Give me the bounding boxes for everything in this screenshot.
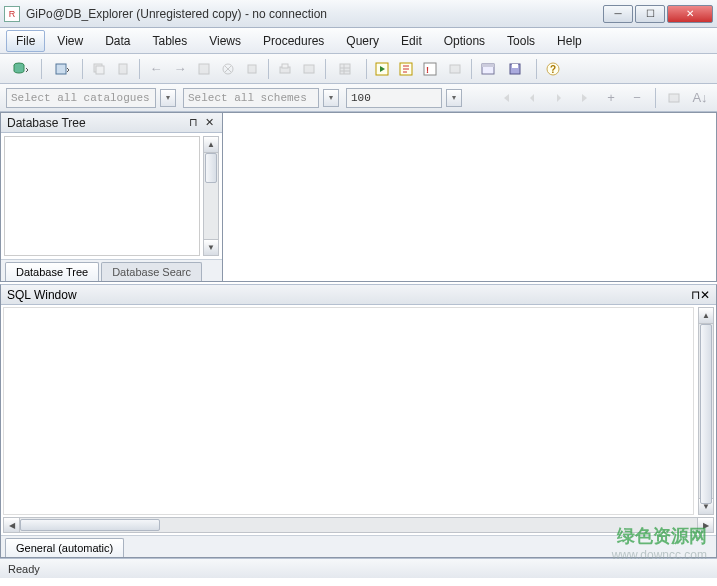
stop-button[interactable] <box>193 58 215 80</box>
svg-rect-4 <box>119 64 127 74</box>
paste-button[interactable] <box>112 58 134 80</box>
toolbar-separator <box>536 59 537 79</box>
tab-database-tree[interactable]: Database Tree <box>5 262 99 281</box>
scroll-thumb[interactable] <box>700 324 712 504</box>
grid-button[interactable] <box>331 58 361 80</box>
menu-data[interactable]: Data <box>95 30 140 52</box>
svg-rect-9 <box>282 64 288 68</box>
menu-options[interactable]: Options <box>434 30 495 52</box>
window-title: GiPo@DB_Explorer (Unregistered copy) - n… <box>26 7 601 21</box>
sql-panel-title: SQL Window <box>7 288 77 302</box>
scroll-left-icon[interactable]: ◀ <box>4 518 20 532</box>
close-icon[interactable]: ✕ <box>700 288 710 302</box>
toolbar-separator <box>268 59 269 79</box>
pin-icon[interactable]: ⊓ <box>691 288 700 302</box>
menu-help[interactable]: Help <box>547 30 592 52</box>
forward-button[interactable]: → <box>169 58 191 80</box>
svg-rect-11 <box>340 64 350 74</box>
app-icon: R <box>4 6 20 22</box>
menu-tools[interactable]: Tools <box>497 30 545 52</box>
content-area <box>223 112 717 282</box>
toolbar-separator <box>41 59 42 79</box>
save-button[interactable] <box>501 58 531 80</box>
catalogues-dropdown[interactable]: ▾ <box>160 89 176 107</box>
sql-hscrollbar[interactable]: ◀ ▶ <box>3 517 714 533</box>
delete-record-button[interactable]: − <box>626 87 648 109</box>
maximize-button[interactable]: ☐ <box>635 5 665 23</box>
toolbar-separator <box>139 59 140 79</box>
tree-tabs: Database Tree Database Searc <box>1 259 222 281</box>
catalogues-combo[interactable]: Select all catalogues <box>6 88 156 108</box>
refresh-button[interactable] <box>47 58 77 80</box>
close-button[interactable]: ✕ <box>667 5 713 23</box>
pin-icon[interactable]: ⊓ <box>186 116 200 130</box>
minimize-button[interactable]: ─ <box>603 5 633 23</box>
nav-last-button[interactable] <box>574 87 596 109</box>
window-controls: ─ ☐ ✕ <box>601 5 713 23</box>
tab-general[interactable]: General (automatic) <box>5 538 124 557</box>
menu-query[interactable]: Query <box>336 30 389 52</box>
sql-window-panel: SQL Window ⊓ ✕ ▲ ▼ ◀ ▶ General (automati… <box>0 284 717 558</box>
nav-next-button[interactable] <box>548 87 570 109</box>
properties-button[interactable] <box>477 58 499 80</box>
tree-scrollbar[interactable]: ▲ ▼ <box>203 136 219 256</box>
print-button[interactable] <box>274 58 296 80</box>
tree-content[interactable] <box>4 136 200 256</box>
close-icon[interactable]: ✕ <box>202 116 216 130</box>
sql-body: ▲ ▼ <box>1 305 716 517</box>
statusbar: Ready <box>0 558 717 578</box>
menu-tables[interactable]: Tables <box>143 30 198 52</box>
execute-script-button[interactable] <box>396 58 418 80</box>
schemes-combo[interactable]: Select all schemes <box>183 88 319 108</box>
toolbar-separator <box>325 59 326 79</box>
commit-button[interactable] <box>444 58 466 80</box>
scroll-up-icon[interactable]: ▲ <box>699 308 713 324</box>
toolbar-separator <box>366 59 367 79</box>
nav-prev-button[interactable] <box>522 87 544 109</box>
connect-button[interactable] <box>6 58 36 80</box>
svg-text:!: ! <box>426 65 429 75</box>
copy-button[interactable] <box>88 58 110 80</box>
svg-rect-1 <box>56 64 66 74</box>
limit-combo[interactable]: 100 <box>346 88 442 108</box>
scroll-right-icon[interactable]: ▶ <box>697 518 713 532</box>
svg-rect-20 <box>512 64 518 68</box>
menu-edit[interactable]: Edit <box>391 30 432 52</box>
back-button[interactable]: ← <box>145 58 167 80</box>
sort-button[interactable]: A↓ <box>689 87 711 109</box>
execute-button[interactable] <box>372 58 394 80</box>
preview-button[interactable] <box>298 58 320 80</box>
titlebar: R GiPo@DB_Explorer (Unregistered copy) -… <box>0 0 717 28</box>
scroll-thumb[interactable] <box>20 519 160 531</box>
tab-database-search[interactable]: Database Searc <box>101 262 202 281</box>
svg-rect-16 <box>450 65 460 73</box>
limit-dropdown[interactable]: ▾ <box>446 89 462 107</box>
sql-panel-header: SQL Window ⊓ ✕ <box>1 285 716 305</box>
stop-execute-button[interactable]: ! <box>420 58 442 80</box>
scroll-up-icon[interactable]: ▲ <box>204 137 218 153</box>
toolbar-separator <box>471 59 472 79</box>
menu-view[interactable]: View <box>47 30 93 52</box>
nav-first-button[interactable] <box>496 87 518 109</box>
svg-rect-5 <box>199 64 209 74</box>
sql-editor[interactable] <box>3 307 694 515</box>
toolbar-separator <box>655 88 656 108</box>
scroll-down-icon[interactable]: ▼ <box>204 239 218 255</box>
help-button[interactable]: ? <box>542 58 564 80</box>
menu-views[interactable]: Views <box>199 30 251 52</box>
filter-button[interactable] <box>663 87 685 109</box>
menu-file[interactable]: File <box>6 30 45 52</box>
export-button[interactable] <box>241 58 263 80</box>
svg-rect-3 <box>96 66 104 74</box>
scroll-thumb[interactable] <box>205 153 217 183</box>
svg-text:?: ? <box>550 64 556 75</box>
add-record-button[interactable]: + <box>600 87 622 109</box>
schemes-dropdown[interactable]: ▾ <box>323 89 339 107</box>
menu-procedures[interactable]: Procedures <box>253 30 334 52</box>
main-split: Database Tree ⊓ ✕ ▲ ▼ Database Tree Data… <box>0 112 717 282</box>
filter-toolbar: Select all catalogues ▾ Select all schem… <box>0 84 717 112</box>
svg-rect-18 <box>482 64 494 67</box>
tree-body: ▲ ▼ <box>1 133 222 259</box>
sql-scrollbar[interactable]: ▲ ▼ <box>698 307 714 515</box>
cancel-button[interactable] <box>217 58 239 80</box>
